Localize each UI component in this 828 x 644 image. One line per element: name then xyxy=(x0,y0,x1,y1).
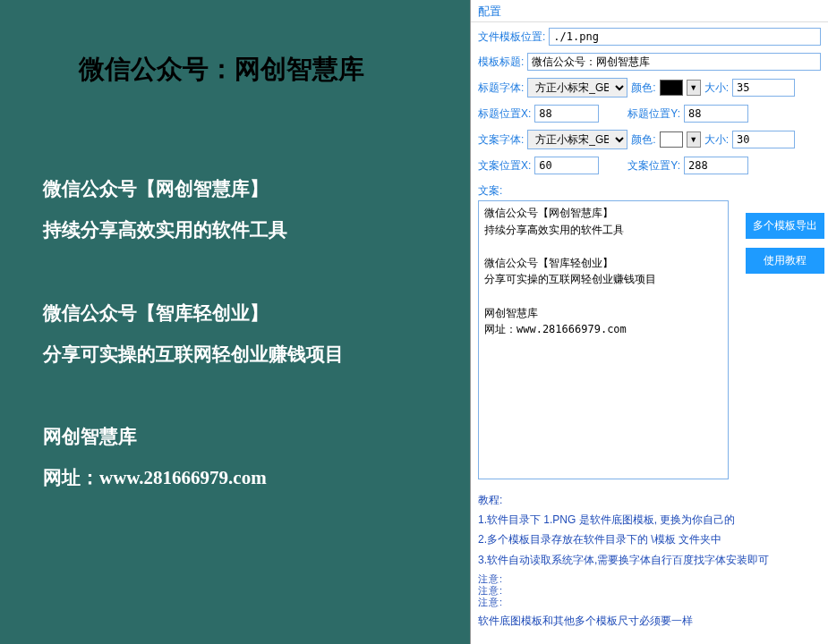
multi-export-button[interactable]: 多个模板导出 xyxy=(746,213,824,239)
copy-x-input[interactable] xyxy=(534,157,599,174)
copy-font-select[interactable]: 方正小标宋_GBK xyxy=(527,130,627,149)
tutorial-line-1: 1.软件目录下 1.PNG 是软件底图模板, 更换为你自己的 xyxy=(478,510,821,530)
title-x-label: 标题位置X: xyxy=(478,106,531,122)
file-path-input[interactable] xyxy=(549,28,821,46)
title-y-label: 标题位置Y: xyxy=(627,106,680,122)
copy-section-header: 文案: xyxy=(471,182,828,199)
notice-label: 注注注 意意意 ::: xyxy=(478,573,828,609)
title-size-label: 大小: xyxy=(704,80,729,96)
copy-color-label: 颜色: xyxy=(631,132,655,148)
copy-textarea[interactable] xyxy=(478,200,729,479)
title-color-swatch[interactable] xyxy=(660,80,683,96)
tutorial-button[interactable]: 使用教程 xyxy=(746,248,824,274)
copy-color-dropdown-icon[interactable]: ▼ xyxy=(687,131,701,148)
title-font-label: 标题字体: xyxy=(478,80,524,96)
copy-size-input[interactable] xyxy=(732,131,795,148)
preview-body-text: 微信公众号【网创智慧库】 持续分享高效实用的软件工具 微信公众号【智库轻创业】 … xyxy=(43,168,344,499)
copy-font-label: 文案字体: xyxy=(478,132,524,148)
copy-x-label: 文案位置X: xyxy=(478,158,531,174)
file-path-label: 文件模板位置: xyxy=(478,30,545,45)
title-color-dropdown-icon[interactable]: ▼ xyxy=(687,80,701,96)
copy-color-swatch[interactable] xyxy=(660,131,683,148)
config-pane: 配置 文件模板位置: 模板标题: 标题字体: 方正小标宋_GBK 颜色: ▼ 大… xyxy=(470,0,828,644)
title-y-input[interactable] xyxy=(684,105,748,123)
copy-size-label: 大小: xyxy=(704,132,729,148)
title-font-select[interactable]: 方正小标宋_GBK xyxy=(527,78,627,97)
config-section-header: 配置 xyxy=(471,0,828,22)
title-color-label: 颜色: xyxy=(631,80,655,96)
preview-pane: 微信公众号：网创智慧库 微信公众号【网创智慧库】 持续分享高效实用的软件工具 微… xyxy=(0,0,470,644)
tutorial-header: 教程: xyxy=(478,490,821,510)
title-x-input[interactable] xyxy=(534,105,599,123)
bottom-note: 软件底图模板和其他多个模板尺寸必须要一样 xyxy=(471,610,828,632)
tutorial-block: 教程: 1.软件目录下 1.PNG 是软件底图模板, 更换为你自己的 2.多个模… xyxy=(471,490,828,570)
copy-y-input[interactable] xyxy=(684,157,748,174)
tutorial-line-2: 2.多个模板目录存放在软件目录下的 \模板 文件夹中 xyxy=(478,530,821,549)
preview-title: 微信公众号：网创智慧库 xyxy=(79,52,364,88)
copy-y-label: 文案位置Y: xyxy=(627,158,680,174)
title-size-input[interactable] xyxy=(732,79,795,97)
template-title-input[interactable] xyxy=(527,53,821,71)
template-title-label: 模板标题: xyxy=(478,55,524,70)
tutorial-line-3: 3.软件自动读取系统字体,需要换字体自行百度找字体安装即可 xyxy=(478,550,821,570)
